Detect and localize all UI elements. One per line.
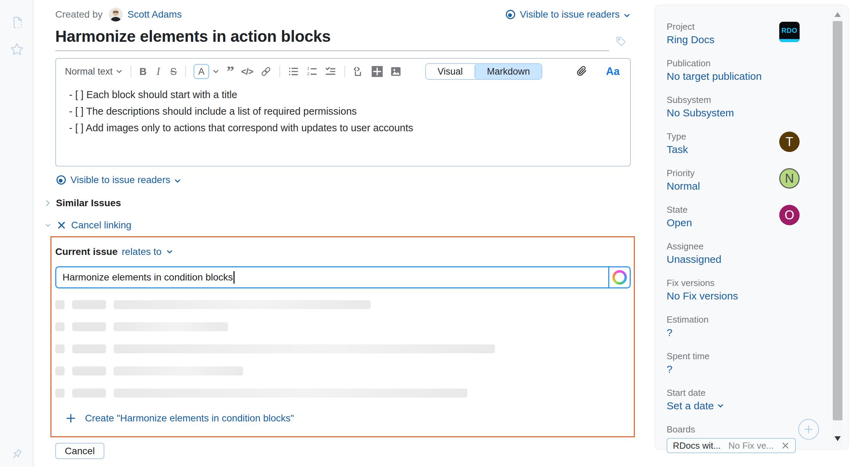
author-link[interactable]: Scott Adams [127,9,182,20]
loading-spinner-cell [608,267,630,287]
field-spent-time: Spent time ? [667,351,829,376]
link-issue-panel: Current issue relates to Harmonize eleme… [50,236,635,437]
image-button[interactable] [387,64,405,79]
page-title[interactable]: Harmonize elements in action blocks [55,27,609,46]
similar-issues-section[interactable]: Similar Issues [55,198,631,209]
bold-button[interactable]: B [135,64,151,79]
board-sprint: No Fix ve... [728,440,774,451]
eye-icon [55,174,67,186]
visibility-label: Visible to issue readers [520,9,620,20]
relation-type-dropdown[interactable]: relates to [122,246,162,257]
tag-icon[interactable] [615,35,627,48]
type-avatar[interactable]: T [779,132,800,152]
field-label: Estimation [667,314,829,325]
create-issue-link: Create "Harmonize elements in condition … [85,413,294,424]
editor-content[interactable]: - [ ] Each block should start with a tit… [56,80,630,136]
field-label: State [667,204,829,216]
priority-avatar[interactable]: N [779,168,800,189]
svg-text:1: 1 [307,66,309,70]
field-value[interactable]: Normal [667,180,700,193]
field-type: Type Task T [667,131,829,156]
inline-code-button[interactable]: </> [238,64,257,79]
field-value[interactable]: ? [667,326,673,339]
field-value[interactable]: ? [667,363,673,376]
field-priority: Priority Normal N [667,168,829,193]
italic-button[interactable]: I [151,64,166,79]
plus-icon [66,413,76,423]
editor-mode-switch: Visual Markdown [425,63,543,80]
scroll-down-arrow[interactable] [834,436,841,441]
toolbar-separator [131,66,131,77]
description-editor: Normal text B I S A ” </> [55,58,631,166]
skeleton-row [55,389,634,398]
issue-search-input[interactable]: Harmonize elements in condition blocks [55,266,631,288]
task-list-button[interactable] [322,64,340,79]
svg-text:2: 2 [307,72,309,76]
attach-icon[interactable] [575,65,588,78]
editor-line: - [ ] Each block should start with a tit… [69,86,622,103]
field-value[interactable]: Unassigned [667,253,721,266]
field-publication: Publication No target publication [667,58,829,83]
field-value[interactable]: No Fix versions [667,289,738,303]
project-avatar[interactable]: RDO [779,22,800,42]
create-issue-action[interactable]: Create "Harmonize elements in condition … [66,413,634,424]
drafts-icon[interactable] [10,15,24,30]
field-value[interactable]: No target publication [667,70,762,83]
skeleton-row [55,322,634,331]
blockquote-button[interactable]: ” [223,67,238,76]
field-value[interactable]: Set a date [667,399,724,412]
field-label: Type [667,131,829,142]
field-state: State Open O [667,204,829,229]
field-label: Subsystem [667,94,829,106]
field-value[interactable]: Task [667,143,688,156]
star-icon[interactable] [10,42,24,57]
scroll-up-arrow[interactable] [834,12,841,17]
visibility-label: Visible to issue readers [70,174,170,185]
strikethrough-button[interactable]: S [166,64,181,79]
visibility-selector-editor[interactable]: Visible to issue readers [55,174,631,186]
mode-markdown-button[interactable]: Markdown [475,64,542,79]
panel-scrollbar[interactable] [832,9,843,446]
add-board-button[interactable] [798,419,819,440]
code-block-button[interactable] [349,64,368,79]
issue-fields-panel: Project Ring Docs RDO Publication No tar… [655,5,849,450]
left-rail [0,0,34,467]
link-button[interactable] [257,64,275,79]
search-results-loading [55,300,634,398]
text-color-button[interactable]: A [190,64,223,79]
chevron-down-icon [174,176,181,184]
field-project: Project Ring Docs RDO [667,21,829,46]
editor-toolbar: Normal text B I S A ” </> [56,59,630,80]
numbered-list-button[interactable]: 1 2 [303,64,322,79]
board-chip[interactable]: RDocs wit... No Fix ve... [667,438,796,453]
field-start-date: Start date Set a date [667,387,829,412]
pin-icon[interactable] [10,448,24,462]
paragraph-style-dropdown[interactable]: Normal text [61,64,126,79]
visibility-selector-top[interactable]: Visible to issue readers [505,9,631,20]
field-assignee: Assignee Unassigned [667,241,829,266]
eye-icon [505,9,516,20]
table-button[interactable] [368,64,387,79]
cancel-button[interactable]: Cancel [55,443,104,459]
field-label: Assignee [667,241,829,252]
text-caret [233,271,235,284]
remove-board-icon[interactable] [781,441,790,450]
board-name: RDocs wit... [673,440,721,451]
mode-visual-button[interactable]: Visual [426,64,475,79]
font-settings-button[interactable]: Aa [606,65,620,78]
state-avatar[interactable]: O [779,205,800,225]
issue-main: Created by Scott Adams Visible to issue … [55,0,631,467]
chevron-down-icon[interactable] [166,248,173,256]
author-avatar[interactable] [109,8,123,21]
bullet-list-button[interactable] [284,64,303,79]
field-value[interactable]: Open [667,216,692,229]
skeleton-row [55,366,634,375]
scrollbar-thumb[interactable] [833,21,842,420]
field-label: Fix versions [667,277,829,289]
cancel-linking-row[interactable]: Cancel linking [55,220,631,231]
field-value[interactable]: Ring Docs [667,33,714,46]
chevron-down-icon [623,11,631,18]
field-estimation: Estimation ? [667,314,829,339]
field-value[interactable]: No Subsystem [667,106,734,120]
field-label: Priority [667,168,829,179]
